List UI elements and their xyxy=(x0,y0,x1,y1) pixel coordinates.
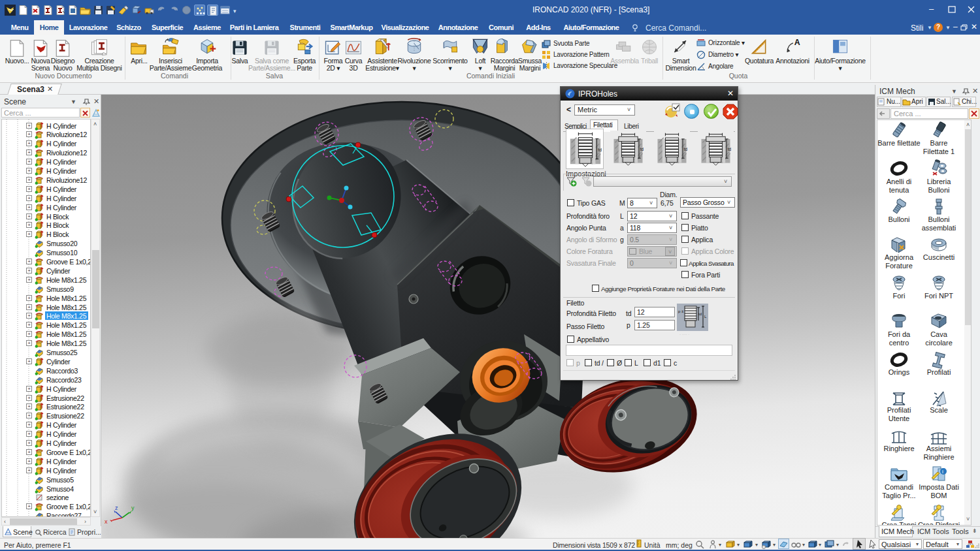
svg-text:y: y xyxy=(131,505,135,511)
svg-text:x: x xyxy=(105,518,108,525)
svg-text:td: td xyxy=(684,147,688,151)
svg-text:z: z xyxy=(115,505,118,511)
svg-text:td: td xyxy=(640,147,644,151)
svg-text:td: td xyxy=(598,148,602,152)
svg-text:td: td xyxy=(728,147,732,151)
svg-text:i: i xyxy=(942,469,943,475)
svg-text:td: td xyxy=(698,312,702,316)
svg-text:L: L xyxy=(704,315,707,319)
svg-text:p ±: p ± xyxy=(678,309,684,313)
svg-text:A: A xyxy=(794,38,800,47)
